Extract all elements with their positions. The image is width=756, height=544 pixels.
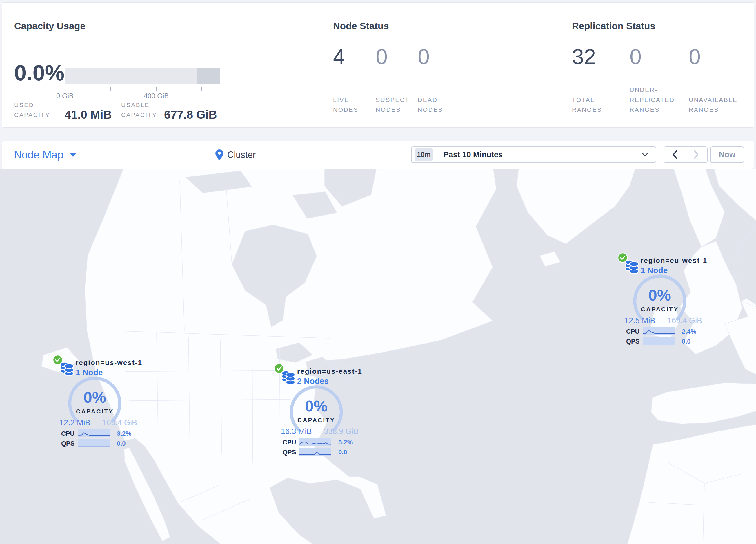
region-cpu-row: CPU 5.2%: [274, 438, 361, 446]
usable-capacity-label: USABLE CAPACITY: [121, 100, 157, 120]
used-capacity-value: 41.0 MiB: [65, 108, 112, 121]
capacity-axis-tick: [65, 87, 65, 90]
suspect-nodes-label: SUSPECT NODES: [376, 95, 410, 115]
capacity-axis-tick: [110, 87, 111, 90]
cpu-sparkline-chart: [299, 438, 331, 446]
region-capacity-values: 12.2 MiB 169.4 GiB: [59, 418, 137, 427]
region-qps-row: QPS 0.0: [274, 448, 361, 456]
live-nodes-label: LIVE NODES: [333, 95, 358, 115]
time-back-button[interactable]: [664, 147, 686, 162]
time-forward-button[interactable]: [686, 147, 707, 162]
qps-value: 0.0: [338, 449, 347, 456]
region-capacity-percent: 0%: [274, 397, 359, 415]
region-label: region=eu-west-1: [641, 256, 707, 264]
cpu-sparkline-chart: [78, 429, 110, 437]
capacity-axis-tick: [201, 87, 202, 90]
location-pin-icon: [215, 149, 223, 160]
unavailable-ranges-count: 0: [689, 46, 701, 68]
node-status-title: Node Status: [333, 21, 389, 32]
capacity-bar: [65, 68, 220, 84]
chevron-left-icon: [672, 150, 677, 159]
time-range-selector[interactable]: 10m Past 10 Minutes: [411, 146, 656, 163]
chevron-down-icon: [70, 153, 76, 157]
region-capacity-label: CAPACITY: [617, 306, 702, 313]
total-ranges-count: 32: [572, 46, 596, 68]
dead-nodes-label: DEAD NODES: [418, 95, 443, 115]
cpu-sparkline-chart: [643, 327, 675, 335]
under-replicated-ranges-label: UNDER- REPLICATED RANGES: [630, 85, 675, 115]
live-nodes-count: 4: [333, 46, 345, 68]
time-range-badge: 10m: [415, 148, 433, 161]
region-label: region=us-east-1: [297, 367, 362, 376]
replication-status-title: Replication Status: [572, 21, 655, 32]
view-selector-label: Node Map: [14, 149, 63, 161]
time-range-label: Past 10 Minutes: [444, 150, 642, 159]
cluster-summary-panel: Capacity Usage 0.0% 0 GiB 400 GiB USED C…: [2, 2, 754, 128]
qps-label: QPS: [61, 440, 74, 447]
qps-label: QPS: [626, 338, 639, 345]
now-button[interactable]: Now: [710, 146, 744, 163]
capacity-percent: 0.0%: [14, 62, 64, 84]
total-ranges-label: TOTAL RANGES: [572, 95, 602, 115]
database-stack-icon: [624, 259, 639, 275]
node-map: region=us-west-1 1 Node 0% CAPACITY 12.2…: [0, 168, 756, 544]
qps-sparkline-chart: [78, 439, 110, 447]
breadcrumb[interactable]: Cluster: [215, 141, 256, 168]
usable-capacity-value: 677.8 GiB: [164, 108, 217, 121]
region-cpu-row: CPU 3.2%: [52, 429, 139, 438]
breadcrumb-label: Cluster: [227, 150, 256, 160]
qps-sparkline-chart: [299, 448, 331, 456]
region-total-capacity: 169.4 GiB: [667, 316, 702, 325]
capacity-bar-reserved-segment: [197, 68, 220, 84]
cpu-label: CPU: [61, 430, 74, 438]
region-used-capacity: 12.2 MiB: [59, 418, 90, 427]
qps-value: 0.0: [117, 440, 126, 447]
chevron-down-icon: [642, 153, 648, 157]
map-toolbar: Node Map Cluster 10m Past 10 Minutes Now: [2, 141, 754, 168]
region-qps-row: QPS 0.0: [617, 337, 704, 345]
region-total-capacity: 338.9 GiB: [324, 427, 359, 436]
cpu-value: 5.2%: [338, 439, 353, 446]
view-selector-dropdown[interactable]: Node Map: [14, 141, 76, 168]
qps-label: QPS: [283, 449, 296, 456]
capacity-axis-tick: [156, 87, 157, 90]
qps-value: 0.0: [682, 338, 691, 345]
suspect-nodes-count: 0: [376, 46, 388, 68]
qps-sparkline-chart: [643, 337, 675, 345]
region-total-capacity: 169.4 GiB: [102, 418, 137, 427]
cpu-value: 3.2%: [117, 430, 131, 438]
cpu-label: CPU: [626, 328, 639, 336]
database-stack-icon: [59, 361, 74, 377]
region-cpu-row: CPU 2.4%: [617, 327, 704, 336]
used-capacity-label: USED CAPACITY: [14, 100, 50, 120]
under-replicated-ranges-count: 0: [630, 46, 641, 68]
database-stack-icon: [281, 370, 296, 385]
cpu-label: CPU: [283, 439, 296, 446]
dead-nodes-count: 0: [418, 46, 430, 68]
capacity-usage-title: Capacity Usage: [14, 21, 86, 32]
region-capacity-percent: 0%: [617, 286, 702, 304]
unavailable-ranges-label: UNAVAILABLE RANGES: [689, 95, 737, 115]
capacity-axis-label-400: 400 GiB: [144, 92, 169, 100]
capacity-axis-label-0: 0 GiB: [56, 92, 74, 100]
region-capacity-values: 12.5 MiB 169.4 GiB: [624, 316, 702, 325]
cpu-value: 2.4%: [682, 328, 696, 336]
region-capacity-label: CAPACITY: [52, 408, 137, 415]
region-used-capacity: 12.5 MiB: [624, 316, 655, 325]
region-capacity-values: 16.3 MiB 338.9 GiB: [281, 427, 359, 436]
region-label: region=us-west-1: [76, 359, 142, 367]
region-marker-us-west-1[interactable]: region=us-west-1 1 Node 0% CAPACITY 12.2…: [52, 355, 139, 452]
region-capacity-label: CAPACITY: [274, 417, 359, 424]
region-marker-us-east-1[interactable]: region=us-east-1 2 Nodes 0% CAPACITY 16.…: [274, 363, 361, 460]
time-step-buttons: [664, 146, 708, 163]
region-qps-row: QPS 0.0: [52, 439, 139, 447]
chevron-right-icon: [694, 150, 699, 159]
region-marker-eu-west-1[interactable]: region=eu-west-1 1 Node 0% CAPACITY 12.5…: [617, 252, 704, 349]
region-capacity-percent: 0%: [52, 388, 137, 406]
region-used-capacity: 16.3 MiB: [281, 427, 312, 436]
